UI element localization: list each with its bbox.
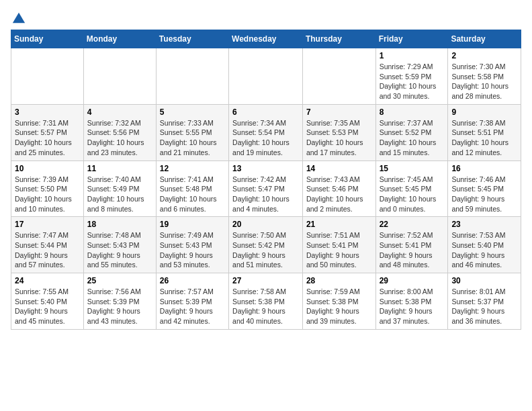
calendar-cell: 17Sunrise: 7:47 AM Sunset: 5:44 PM Dayli… xyxy=(11,217,84,273)
calendar-body: 1Sunrise: 7:29 AM Sunset: 5:59 PM Daylig… xyxy=(11,48,521,330)
weekday-header-saturday: Saturday xyxy=(448,30,521,48)
day-number: 14 xyxy=(306,164,372,173)
calendar-cell: 28Sunrise: 7:59 AM Sunset: 5:38 PM Dayli… xyxy=(302,273,375,330)
day-info: Sunrise: 7:29 AM Sunset: 5:59 PM Dayligh… xyxy=(380,62,445,101)
calendar-cell: 29Sunrise: 8:00 AM Sunset: 5:38 PM Dayli… xyxy=(375,273,448,330)
day-info: Sunrise: 7:31 AM Sunset: 5:57 PM Dayligh… xyxy=(15,118,80,158)
calendar-cell: 6Sunrise: 7:34 AM Sunset: 5:54 PM Daylig… xyxy=(229,104,303,161)
calendar-cell xyxy=(83,48,156,105)
day-info: Sunrise: 7:35 AM Sunset: 5:53 PM Dayligh… xyxy=(306,118,372,158)
calendar-cell: 3Sunrise: 7:31 AM Sunset: 5:57 PM Daylig… xyxy=(11,104,84,161)
calendar-cell: 15Sunrise: 7:45 AM Sunset: 5:45 PM Dayli… xyxy=(375,161,448,217)
day-number: 19 xyxy=(160,220,225,229)
weekday-header-friday: Friday xyxy=(375,30,448,48)
day-info: Sunrise: 7:39 AM Sunset: 5:50 PM Dayligh… xyxy=(15,175,80,214)
day-info: Sunrise: 7:59 AM Sunset: 5:38 PM Dayligh… xyxy=(306,287,372,326)
day-info: Sunrise: 7:52 AM Sunset: 5:41 PM Dayligh… xyxy=(380,230,445,270)
day-info: Sunrise: 8:00 AM Sunset: 5:38 PM Dayligh… xyxy=(380,287,445,326)
weekday-header-tuesday: Tuesday xyxy=(156,30,228,48)
day-number: 18 xyxy=(87,220,152,229)
calendar-week-3: 10Sunrise: 7:39 AM Sunset: 5:50 PM Dayli… xyxy=(11,161,521,217)
day-info: Sunrise: 7:57 AM Sunset: 5:39 PM Dayligh… xyxy=(160,287,225,326)
day-info: Sunrise: 7:38 AM Sunset: 5:51 PM Dayligh… xyxy=(451,118,517,158)
calendar-header: SundayMondayTuesdayWednesdayThursdayFrid… xyxy=(11,30,521,48)
day-info: Sunrise: 7:51 AM Sunset: 5:41 PM Dayligh… xyxy=(306,230,372,270)
day-number: 8 xyxy=(380,107,445,117)
day-number: 22 xyxy=(380,220,445,229)
weekday-header-sunday: Sunday xyxy=(11,30,84,48)
calendar-cell: 12Sunrise: 7:41 AM Sunset: 5:48 PM Dayli… xyxy=(156,161,228,217)
day-number: 3 xyxy=(15,107,80,117)
day-info: Sunrise: 7:42 AM Sunset: 5:47 PM Dayligh… xyxy=(232,175,299,214)
calendar-cell: 20Sunrise: 7:50 AM Sunset: 5:42 PM Dayli… xyxy=(229,217,303,273)
calendar-table: SundayMondayTuesdayWednesdayThursdayFrid… xyxy=(11,30,521,330)
day-info: Sunrise: 7:34 AM Sunset: 5:54 PM Dayligh… xyxy=(232,118,299,158)
day-info: Sunrise: 7:43 AM Sunset: 5:46 PM Dayligh… xyxy=(306,175,372,214)
day-number: 7 xyxy=(306,107,372,117)
calendar-week-2: 3Sunrise: 7:31 AM Sunset: 5:57 PM Daylig… xyxy=(11,104,521,161)
calendar-cell: 23Sunrise: 7:53 AM Sunset: 5:40 PM Dayli… xyxy=(448,217,521,273)
day-info: Sunrise: 7:48 AM Sunset: 5:43 PM Dayligh… xyxy=(87,230,152,270)
calendar-cell: 19Sunrise: 7:49 AM Sunset: 5:43 PM Dayli… xyxy=(156,217,228,273)
calendar-cell: 26Sunrise: 7:57 AM Sunset: 5:39 PM Dayli… xyxy=(156,273,228,330)
day-number: 17 xyxy=(15,220,80,229)
day-number: 9 xyxy=(451,107,517,117)
day-number: 21 xyxy=(306,220,372,229)
day-info: Sunrise: 7:37 AM Sunset: 5:52 PM Dayligh… xyxy=(380,118,445,158)
day-number: 28 xyxy=(306,276,372,285)
day-info: Sunrise: 7:30 AM Sunset: 5:58 PM Dayligh… xyxy=(451,62,517,101)
calendar-cell xyxy=(11,48,84,105)
weekday-header-monday: Monday xyxy=(83,30,156,48)
calendar-cell xyxy=(302,48,375,105)
calendar-week-5: 24Sunrise: 7:55 AM Sunset: 5:40 PM Dayli… xyxy=(11,273,521,330)
day-number: 20 xyxy=(232,220,299,229)
day-info: Sunrise: 7:56 AM Sunset: 5:39 PM Dayligh… xyxy=(87,287,152,326)
calendar-cell: 11Sunrise: 7:40 AM Sunset: 5:49 PM Dayli… xyxy=(83,161,156,217)
day-info: Sunrise: 7:32 AM Sunset: 5:56 PM Dayligh… xyxy=(87,118,152,158)
day-number: 30 xyxy=(451,276,517,285)
day-number: 26 xyxy=(160,276,225,285)
svg-marker-0 xyxy=(13,13,25,24)
calendar-cell: 10Sunrise: 7:39 AM Sunset: 5:50 PM Dayli… xyxy=(11,161,84,217)
logo-icon xyxy=(11,11,26,26)
day-number: 16 xyxy=(451,164,517,173)
weekday-header-thursday: Thursday xyxy=(302,30,375,48)
calendar-cell: 14Sunrise: 7:43 AM Sunset: 5:46 PM Dayli… xyxy=(302,161,375,217)
calendar-week-1: 1Sunrise: 7:29 AM Sunset: 5:59 PM Daylig… xyxy=(11,48,521,105)
day-number: 5 xyxy=(160,107,225,117)
calendar-cell: 7Sunrise: 7:35 AM Sunset: 5:53 PM Daylig… xyxy=(302,104,375,161)
calendar-cell: 5Sunrise: 7:33 AM Sunset: 5:55 PM Daylig… xyxy=(156,104,228,161)
calendar-cell: 13Sunrise: 7:42 AM Sunset: 5:47 PM Dayli… xyxy=(229,161,303,217)
day-number: 2 xyxy=(451,51,517,60)
calendar-cell: 16Sunrise: 7:46 AM Sunset: 5:45 PM Dayli… xyxy=(448,161,521,217)
calendar-cell: 9Sunrise: 7:38 AM Sunset: 5:51 PM Daylig… xyxy=(448,104,521,161)
day-info: Sunrise: 7:58 AM Sunset: 5:38 PM Dayligh… xyxy=(232,287,299,326)
day-info: Sunrise: 7:45 AM Sunset: 5:45 PM Dayligh… xyxy=(380,175,445,214)
calendar-cell: 8Sunrise: 7:37 AM Sunset: 5:52 PM Daylig… xyxy=(375,104,448,161)
calendar-cell xyxy=(229,48,303,105)
calendar-week-4: 17Sunrise: 7:47 AM Sunset: 5:44 PM Dayli… xyxy=(11,217,521,273)
calendar-cell: 30Sunrise: 8:01 AM Sunset: 5:37 PM Dayli… xyxy=(448,273,521,330)
day-info: Sunrise: 7:53 AM Sunset: 5:40 PM Dayligh… xyxy=(451,230,517,270)
day-number: 15 xyxy=(380,164,445,173)
day-number: 6 xyxy=(232,107,299,117)
day-number: 29 xyxy=(380,276,445,285)
day-info: Sunrise: 7:33 AM Sunset: 5:55 PM Dayligh… xyxy=(160,118,225,158)
day-number: 12 xyxy=(160,164,225,173)
calendar-cell xyxy=(156,48,228,105)
day-number: 25 xyxy=(87,276,152,285)
calendar-cell: 24Sunrise: 7:55 AM Sunset: 5:40 PM Dayli… xyxy=(11,273,84,330)
day-info: Sunrise: 7:49 AM Sunset: 5:43 PM Dayligh… xyxy=(160,230,225,270)
day-info: Sunrise: 7:40 AM Sunset: 5:49 PM Dayligh… xyxy=(87,175,152,214)
weekday-header-wednesday: Wednesday xyxy=(229,30,303,48)
day-number: 10 xyxy=(15,164,80,173)
day-info: Sunrise: 7:55 AM Sunset: 5:40 PM Dayligh… xyxy=(15,287,80,326)
calendar-cell: 18Sunrise: 7:48 AM Sunset: 5:43 PM Dayli… xyxy=(83,217,156,273)
calendar-cell: 22Sunrise: 7:52 AM Sunset: 5:41 PM Dayli… xyxy=(375,217,448,273)
logo xyxy=(11,11,26,23)
page-header xyxy=(11,11,521,23)
day-number: 27 xyxy=(232,276,299,285)
day-number: 1 xyxy=(380,51,445,60)
day-number: 4 xyxy=(87,107,152,117)
day-info: Sunrise: 7:41 AM Sunset: 5:48 PM Dayligh… xyxy=(160,175,225,214)
